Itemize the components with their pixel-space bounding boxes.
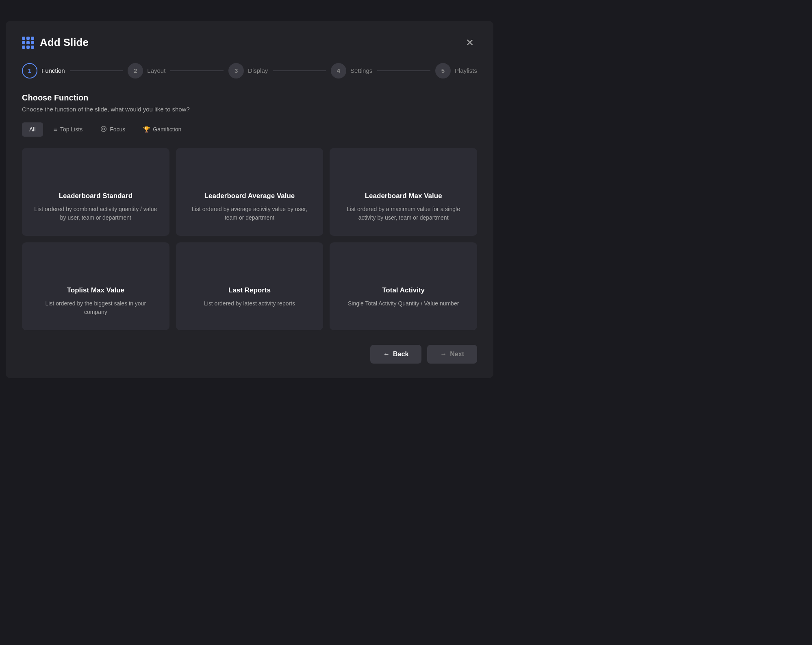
cards-grid: Leaderboard Standard List ordered by com… [22,148,477,330]
step-label-5: Playlists [455,67,477,74]
close-button[interactable]: ✕ [462,35,477,50]
modal-header: Add Slide ✕ [22,35,477,50]
step-circle-5: 5 [435,63,451,78]
card-title: Leaderboard Max Value [365,192,442,200]
svg-point-1 [103,128,105,130]
filter-tab-all[interactable]: All [22,122,43,137]
card-title: Leaderboard Average Value [204,192,295,200]
card-desc: List ordered by latest activity reports [204,299,295,308]
filter-tab-gamification[interactable]: 🏆 Gamifiction [136,122,189,137]
step-label-2: Layout [147,67,165,74]
step-circle-4: 4 [331,63,346,78]
step-1: 1 Function [22,63,65,78]
step-label-3: Display [248,67,268,74]
card-last-reports[interactable]: Last Reports List ordered by latest acti… [176,242,323,330]
filter-tab-top-lists[interactable]: ≡ Top Lists [46,122,90,137]
step-label-4: Settings [350,67,372,74]
card-title: Toplist Max Value [67,286,124,294]
section-description: Choose the function of the slide, what w… [22,106,477,113]
stepper: 1 Function 2 Layout 3 Display 4 Settings [22,63,477,78]
filter-tab-focus[interactable]: Focus [93,122,132,137]
back-button[interactable]: ← Back [370,345,421,364]
card-desc: List ordered by average activity value b… [188,205,311,222]
list-icon: ≡ [54,126,57,133]
card-toplist-max[interactable]: $ Toplist Max Value List ordered by the … [22,242,169,330]
step-4: 4 Settings [331,63,372,78]
step-circle-3: 3 [228,63,244,78]
card-desc: List ordered by the biggest sales in you… [34,299,157,316]
card-total-activity[interactable]: Total Activity Single Total Activity Qua… [330,242,477,330]
card-leaderboard-max[interactable]: $ Leaderboard Max Value List ordered by … [330,148,477,236]
trophy-icon: 🏆 [143,126,150,133]
modal-title-text: Add Slide [40,36,89,49]
step-line-3 [273,70,326,71]
next-arrow-icon: → [440,351,447,358]
back-arrow-icon: ← [383,351,390,358]
section-title: Choose Function [22,93,477,102]
step-line-2 [170,70,224,71]
step-5: 5 Playlists [435,63,477,78]
next-button[interactable]: → Next [427,345,477,364]
card-desc: Single Total Activity Quantity / Value n… [348,299,459,308]
card-leaderboard-average[interactable]: Leaderboard Average Value List ordered b… [176,148,323,236]
add-slide-modal: Add Slide ✕ 1 Function 2 Layout 3 Displa… [6,21,493,378]
step-label-1: Function [41,67,65,74]
card-desc: List ordered by combined activity quanti… [34,205,157,222]
step-circle-2: 2 [128,63,143,78]
step-3: 3 Display [228,63,268,78]
grid-icon [22,37,34,49]
step-line-1 [70,70,123,71]
svg-point-0 [101,126,106,131]
step-circle-1: 1 [22,63,37,78]
card-title: Total Activity [382,286,425,294]
footer: ← Back → Next [22,345,477,364]
focus-icon [100,126,107,133]
modal-title: Add Slide [22,36,89,49]
step-2: 2 Layout [128,63,165,78]
card-leaderboard-standard[interactable]: Leaderboard Standard List ordered by com… [22,148,169,236]
card-desc: List ordered by a maximum value for a si… [342,205,465,222]
card-title: Last Reports [228,286,271,294]
card-title: Leaderboard Standard [59,192,132,200]
filter-tabs: All ≡ Top Lists Focus 🏆 Gamifiction [22,122,477,137]
step-line-4 [377,70,430,71]
